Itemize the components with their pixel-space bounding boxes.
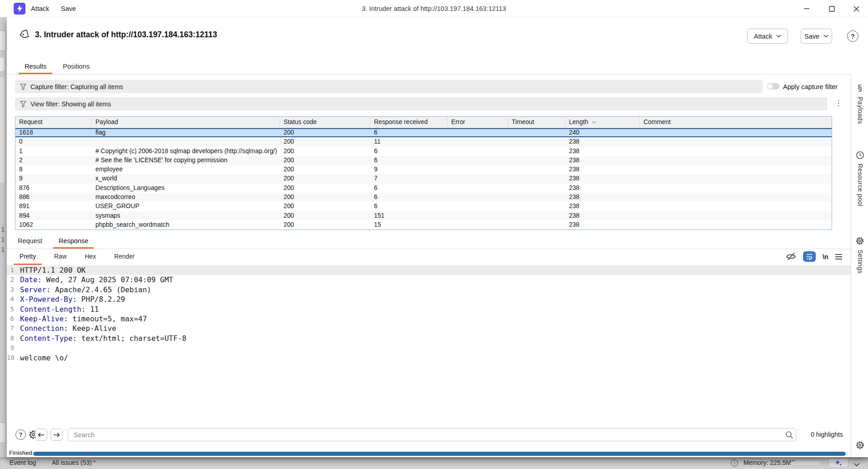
- ai-button[interactable]: [828, 459, 848, 468]
- table-row[interactable]: 876Descriptions_Languages2006238: [15, 184, 832, 193]
- cell-response_received: 6: [370, 202, 448, 211]
- column-header[interactable]: Status code: [280, 117, 370, 128]
- cell-response_received: 6: [370, 147, 448, 156]
- maximize-button[interactable]: [822, 0, 842, 17]
- response-editor[interactable]: 1HTTP/1.1 200 OK2Date: Wed, 27 Aug 2025 …: [7, 265, 851, 427]
- cell-comment: [640, 174, 832, 183]
- background-window-edge: [0, 30, 6, 51]
- cell-status_code: 200: [280, 147, 370, 156]
- word-wrap-button[interactable]: [803, 251, 816, 262]
- status-bar: Event log All issues (53) i Memory: 225.…: [0, 457, 868, 469]
- cell-status_code: 200: [280, 193, 370, 202]
- table-row[interactable]: 020011238: [15, 137, 832, 146]
- table-row[interactable]: 894sysmaps200151238: [15, 211, 832, 220]
- apply-capture-filter-toggle[interactable]: [767, 83, 779, 90]
- cell-status_code: 200: [280, 220, 370, 230]
- newline-toggle[interactable]: \n: [823, 253, 828, 260]
- cell-timeout: [508, 165, 565, 174]
- column-header[interactable]: Payload: [92, 117, 280, 128]
- hide-highlights-eye-icon[interactable]: [786, 252, 796, 261]
- tab-render[interactable]: Render: [108, 250, 140, 265]
- table-row[interactable]: 9x_world2007238: [15, 174, 832, 183]
- response-line: 9: [7, 343, 851, 353]
- tab-positions[interactable]: Positions: [57, 59, 95, 74]
- sidebar-item-settings[interactable]: Settings: [851, 236, 868, 274]
- background-line-numbers: 111: [1, 225, 5, 254]
- background-window-edge: [0, 77, 5, 183]
- chevron-down-icon: [776, 35, 781, 38]
- cell-request: 894: [15, 211, 92, 220]
- background-window-edge: [0, 422, 6, 443]
- cell-response_received: 6: [370, 129, 448, 136]
- next-match-button[interactable]: [50, 429, 63, 441]
- column-header[interactable]: Timeout: [508, 117, 565, 128]
- column-header[interactable]: Request: [15, 117, 92, 128]
- cell-status_code: 200: [280, 184, 370, 193]
- response-editor-lines: 1HTTP/1.1 200 OK2Date: Wed, 27 Aug 2025 …: [7, 265, 851, 363]
- cell-status_code: 200: [280, 129, 370, 136]
- tab-raw[interactable]: Raw: [48, 250, 73, 265]
- cell-payload: x_world: [92, 174, 280, 183]
- menu-attack[interactable]: Attack: [28, 0, 52, 17]
- arrow-right-icon: [53, 432, 60, 438]
- sidebar-item-payloads[interactable]: § Payloads: [851, 83, 868, 124]
- attack-dropdown-button[interactable]: Attack: [747, 29, 788, 44]
- tab-hex[interactable]: Hex: [79, 250, 102, 265]
- editor-menu-icon[interactable]: [835, 254, 843, 260]
- attack-progress-fill: [33, 452, 846, 456]
- sparkle-icon: [834, 459, 843, 467]
- column-header[interactable]: Response received: [370, 117, 448, 128]
- chevron-down-icon: [853, 463, 860, 467]
- tab-response[interactable]: Response: [53, 234, 94, 249]
- tab-results[interactable]: Results: [19, 59, 52, 74]
- view-filter-menu-button[interactable]: ⋮: [834, 98, 843, 108]
- previous-match-button[interactable]: [35, 429, 47, 441]
- menu-save[interactable]: Save: [58, 0, 79, 17]
- cell-response_received: 9: [370, 165, 448, 174]
- search-input[interactable]: [68, 428, 796, 441]
- cell-payload: sysmaps: [92, 211, 280, 220]
- table-row[interactable]: 1618flag2006240: [15, 128, 832, 137]
- view-mode-tab-bar: Pretty Raw Hex Render: [7, 250, 851, 265]
- column-header[interactable]: Comment: [640, 117, 832, 128]
- cell-request: 2: [15, 156, 92, 165]
- sidebar-item-label: Settings: [857, 249, 863, 274]
- cell-timeout: [508, 202, 565, 211]
- help-icon[interactable]: ?: [847, 30, 858, 42]
- cell-error: [448, 202, 508, 211]
- sidebar-item-label: Payloads: [857, 97, 863, 124]
- table-row[interactable]: 2# See the file 'LICENSE' for copying pe…: [15, 156, 832, 165]
- search-help-icon[interactable]: ?: [15, 429, 26, 440]
- attack-sidebar: § Payloads Resource pool Settings: [851, 75, 868, 457]
- filter-funnel-icon: [20, 84, 26, 90]
- cell-timeout: [508, 220, 565, 230]
- table-row[interactable]: 8employee2009238: [15, 165, 832, 174]
- table-row[interactable]: 886maxcodcorreo2006238: [15, 193, 832, 202]
- view-filter-bar[interactable]: View filter: Showing all items: [15, 97, 827, 110]
- tab-pretty[interactable]: Pretty: [14, 250, 42, 265]
- event-log-button[interactable]: Event log: [10, 459, 36, 466]
- minimize-button[interactable]: [797, 0, 817, 17]
- column-header[interactable]: Error: [448, 117, 508, 128]
- expand-status-button[interactable]: [853, 461, 860, 468]
- cell-comment: [640, 137, 832, 146]
- table-row[interactable]: 891USER_GROUP2006238: [15, 202, 832, 211]
- cell-response_received: 6: [370, 193, 448, 202]
- sidebar-item-resource-pool[interactable]: Resource pool: [851, 151, 868, 206]
- resource-pool-icon: [856, 151, 864, 160]
- table-row[interactable]: 1062phpbb_search_wordmatch20015238: [15, 220, 832, 230]
- cell-length: 238: [565, 165, 640, 174]
- close-button[interactable]: [846, 0, 866, 17]
- cell-length: 238: [565, 184, 640, 193]
- tab-request[interactable]: Request: [12, 234, 48, 249]
- cell-error: [448, 184, 508, 193]
- column-header[interactable]: Length: [565, 117, 640, 128]
- save-dropdown-button[interactable]: Save: [801, 29, 832, 44]
- cell-length: 238: [565, 137, 640, 146]
- capture-filter-bar[interactable]: Capture filter: Capturing all items: [15, 80, 763, 93]
- table-row[interactable]: 1# Copyright (c) 2006-2018 sqlmap develo…: [15, 147, 832, 156]
- sidebar-settings-bottom[interactable]: [851, 440, 868, 450]
- all-issues-button[interactable]: All issues (53): [52, 459, 96, 466]
- main-tab-bar: Results Positions: [7, 59, 851, 75]
- search-icon: [785, 430, 793, 441]
